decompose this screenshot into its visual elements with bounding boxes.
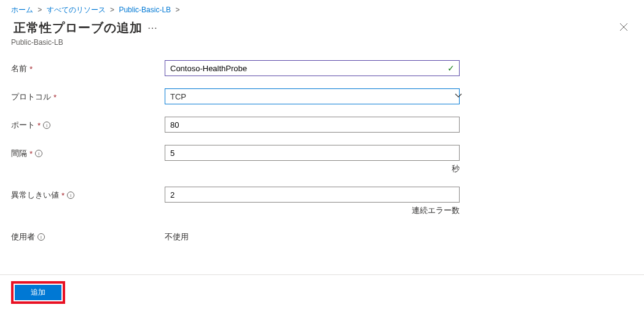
required-icon: * <box>53 93 57 102</box>
required-icon: * <box>61 191 65 200</box>
interval-input[interactable] <box>165 145 460 161</box>
threshold-label: 異常しきい値* i <box>11 187 165 201</box>
port-input[interactable] <box>165 117 460 133</box>
name-input[interactable] <box>165 60 460 76</box>
breadcrumb-all-resources[interactable]: すべてのリソース <box>47 6 106 14</box>
more-icon[interactable]: ⋯ <box>147 22 157 34</box>
threshold-input[interactable] <box>165 187 460 203</box>
port-label: ポート* i <box>11 117 165 131</box>
info-icon[interactable]: i <box>35 150 42 157</box>
required-icon: * <box>29 64 33 74</box>
protocol-label: プロトコル* <box>11 88 165 103</box>
required-icon: * <box>29 149 33 158</box>
close-icon[interactable] <box>615 19 633 37</box>
name-label: 名前* <box>11 60 165 74</box>
check-icon: ✓ <box>447 63 455 73</box>
interval-label: 間隔* i <box>11 145 165 159</box>
info-icon[interactable]: i <box>37 233 45 241</box>
add-button[interactable]: 追加 <box>15 285 61 300</box>
breadcrumb-sep: > <box>108 6 117 14</box>
usedby-value: 不使用 <box>165 228 460 242</box>
highlight-box: 追加 <box>11 281 65 304</box>
protocol-select[interactable]: TCP <box>165 88 460 104</box>
breadcrumb-sep: > <box>173 6 182 14</box>
breadcrumb-sep: > <box>35 6 44 14</box>
required-icon: * <box>37 121 41 130</box>
breadcrumb-resource[interactable]: Public-Basic-LB <box>119 6 171 14</box>
usedby-label: 使用者 i <box>11 228 165 242</box>
page-subtitle: Public-Basic-LB <box>0 38 644 54</box>
threshold-suffix: 連続エラー数 <box>165 203 460 216</box>
info-icon[interactable]: i <box>43 122 50 129</box>
info-icon[interactable]: i <box>67 192 74 199</box>
interval-suffix: 秒 <box>165 161 460 174</box>
page-title: 正常性プローブの追加 <box>14 20 143 36</box>
breadcrumb: ホーム > すべてのリソース > Public-Basic-LB > <box>0 0 644 18</box>
breadcrumb-home[interactable]: ホーム <box>11 6 33 14</box>
